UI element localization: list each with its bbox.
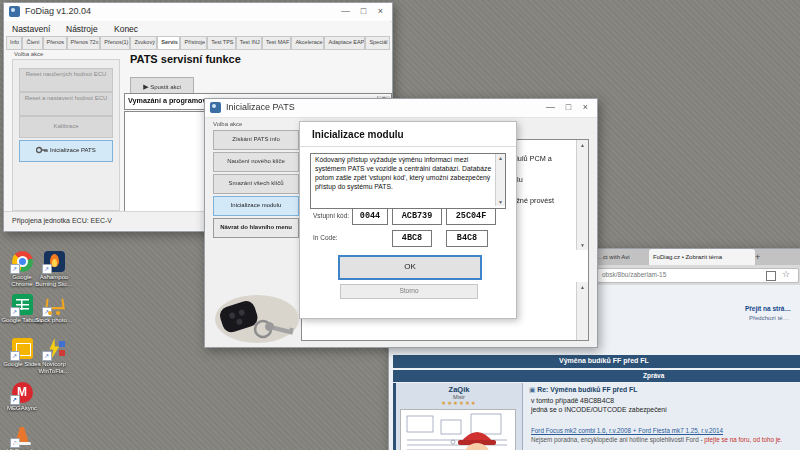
key-icon	[36, 146, 48, 154]
reset-and-set-values-button[interactable]: Reset a nastavení hodnot ECU	[19, 92, 113, 116]
ok-button[interactable]: OK	[338, 255, 482, 280]
tab-prenos[interactable]: Přenos	[43, 36, 67, 49]
menu-tools[interactable]: Nástroje	[66, 24, 98, 34]
shortcut-arrow-icon: ↗	[42, 264, 52, 274]
tab-akcelerace[interactable]: Akcelerace	[291, 36, 324, 49]
shortcut-arrow-icon: ↗	[42, 351, 52, 361]
incode-field-2[interactable]: B4C8	[446, 230, 488, 247]
author-avatar	[400, 409, 516, 450]
window-title: FoDiag v1.20.04	[25, 6, 91, 16]
menu-settings[interactable]: Nastavení	[12, 24, 50, 34]
dialog-icon	[210, 102, 221, 113]
menu-exit[interactable]: Konec	[114, 24, 138, 34]
signature-line: Nejsem poradna, encyklopedie ani hotline…	[531, 436, 782, 443]
get-pats-info-button[interactable]: Získání PATS info	[213, 130, 299, 150]
icon-label: MEGAsync	[1, 405, 43, 412]
shortcut-arrow-icon: ↗	[42, 307, 52, 317]
menu-bar: Nastavení Nástroje Konec	[4, 21, 390, 36]
previous-topic-link[interactable]: Předchozí té…	[749, 315, 789, 321]
main-title-bar: FoDiag v1.20.04 — □ ×	[4, 3, 392, 22]
dialog-textarea-scrollbar2[interactable]: ▲	[576, 282, 588, 340]
status-ecu-text: Připojena jednotka ECU: EEC-V	[12, 217, 112, 224]
browser-tab-background[interactable]: …ct with Avi	[593, 249, 654, 265]
post-body-line2: jedná se o INCODE/OUTCODE zabezpečení	[531, 406, 667, 413]
incode-field-1[interactable]: 4BC8	[392, 230, 432, 247]
post-title[interactable]: ▣ Re: Výměna budíků FF před FL	[529, 386, 637, 394]
reset-learned-values-button[interactable]: Reset naučených hodnot ECU	[19, 68, 113, 92]
tab-pristroje[interactable]: Přístroje	[180, 36, 207, 49]
post-body-line1: v tomto případě 4BC8B4C8	[531, 397, 614, 404]
shortcut-arrow-icon: ↗	[10, 264, 20, 274]
tab-special[interactable]: Speciál	[365, 36, 390, 49]
page-title: PATS servisní funkce	[130, 53, 241, 65]
incode-label: In Code:	[313, 234, 338, 241]
maximize-button[interactable]: □	[355, 4, 372, 18]
post-author[interactable]: ZaQik	[396, 385, 522, 394]
topic-title-bar: Výměna budíků FF před FL	[393, 355, 800, 368]
outcode-field-1: 0044	[352, 208, 388, 225]
reader-mode-icon[interactable]	[766, 271, 776, 281]
desktop-shortcut-megasync[interactable]: M↗ MEGAsync	[1, 382, 43, 412]
app-icon	[9, 6, 20, 17]
desktop-shortcut-shop[interactable]: ↗ Stock photo…	[33, 294, 75, 324]
action-group-box: Reset naučených hodnot ECU Reset a nasta…	[12, 59, 120, 211]
icon-label: Ashampoo Burning Stu…	[33, 274, 75, 288]
new-tab-button[interactable]: +	[751, 249, 771, 265]
desktop-shortcut-ashampoo[interactable]: ↗ Ashampoo Burning Stu…	[33, 251, 75, 288]
close-button[interactable]: ×	[372, 4, 389, 18]
cancel-button[interactable]: Storno	[340, 284, 478, 299]
scroll-up-icon[interactable]: ▲	[496, 155, 505, 161]
minimize-button[interactable]: —	[337, 4, 354, 18]
scroll-down-icon[interactable]: ▼	[496, 199, 505, 205]
tab-cteni[interactable]: Čtení	[22, 36, 42, 49]
scroll-up-icon[interactable]: ▲	[577, 284, 588, 290]
info-scrollbar[interactable]: ▲ ▼	[495, 154, 505, 206]
dialog-minimize-button[interactable]: —	[542, 100, 559, 114]
column-header: Zpráva	[643, 372, 664, 379]
goto-page-link[interactable]: Přejít na strá…	[745, 305, 791, 312]
post-bullet-icon: ▣	[529, 386, 535, 393]
tab-adaptace-eap[interactable]: Adaptace EAP	[324, 36, 365, 49]
shortcut-arrow-icon: ↗	[10, 307, 20, 317]
erase-all-keys-button[interactable]: Smazání všech klíčů	[213, 174, 299, 194]
car-keys-image	[211, 291, 299, 345]
info-textbox[interactable]: Kódovaný přístup vyžaduje výměnu informa…	[310, 153, 506, 209]
tab-test-inj[interactable]: Test INJ	[236, 36, 262, 49]
tab-info[interactable]: Info	[6, 36, 22, 49]
message-column-header-bar: Zpráva	[393, 370, 800, 382]
spreadsheet-icon: ↗	[12, 294, 33, 315]
scroll-up-icon[interactable]: ▲	[577, 142, 588, 148]
bookmark-star-icon[interactable]: ☆	[782, 269, 790, 279]
author-stars: ★★★★★★	[396, 400, 522, 406]
dialog-maximize-button[interactable]: □	[560, 100, 577, 114]
signature-links[interactable]: Ford Focus mk2 combi 1.6, r.v.2008 + For…	[531, 427, 723, 434]
desktop-shortcut-wintoflash[interactable]: ↗ Novicorp WinToFla…	[33, 338, 75, 375]
tab-prenos1[interactable]: Přenos(1)	[100, 36, 130, 49]
tab-zvukovy[interactable]: Zvukový	[130, 36, 157, 49]
pats-init-dialog: Inicializace PATS — □ × Volba akce Získá…	[204, 98, 598, 348]
learn-new-key-button[interactable]: Naučení nového klíče	[213, 152, 299, 172]
tab-test-tps[interactable]: Test TPS	[207, 36, 235, 49]
scroll-down-icon[interactable]: ▼	[577, 242, 588, 248]
slides-icon: ↗	[12, 338, 33, 359]
dialog-textarea-scrollbar[interactable]: ▲ ▼	[576, 140, 588, 250]
outcode-label: Vstupní kód:	[313, 212, 349, 219]
dialog-close-button[interactable]: ×	[577, 100, 594, 114]
vlc-cone-icon: ↗	[12, 425, 33, 446]
tab-prenos72x[interactable]: Přenos 72x	[67, 36, 101, 49]
heading-divider	[300, 146, 516, 147]
calibration-button[interactable]: Kalibrace	[19, 116, 113, 138]
play-icon: ▶	[143, 83, 148, 90]
tab-servis[interactable]: Servis	[157, 36, 180, 49]
tab-test-maf[interactable]: Test MAF	[262, 36, 291, 49]
browser-tab-active[interactable]: FoDiag.cz • Zobrazit téma	[649, 249, 755, 265]
initialize-pats-button[interactable]: Inicializace PATS	[19, 140, 113, 162]
burning-studio-icon: ↗	[44, 251, 65, 272]
chrome-icon: ↗	[12, 251, 33, 272]
post-message-cell: ▣ Re: Výměna budíků FF před FL v tomto p…	[523, 383, 800, 450]
init-module-button[interactable]: Inicializace modulu	[213, 196, 299, 216]
back-to-menu-button[interactable]: Návrat do hlavního menu	[213, 218, 299, 238]
desktop-shortcut-vlc[interactable]: ↗ VLC media player	[1, 425, 43, 450]
dialog-title: Inicializace PATS	[226, 102, 295, 112]
module-init-panel: Inicializace modulu Kódovaný přístup vyž…	[299, 121, 517, 319]
